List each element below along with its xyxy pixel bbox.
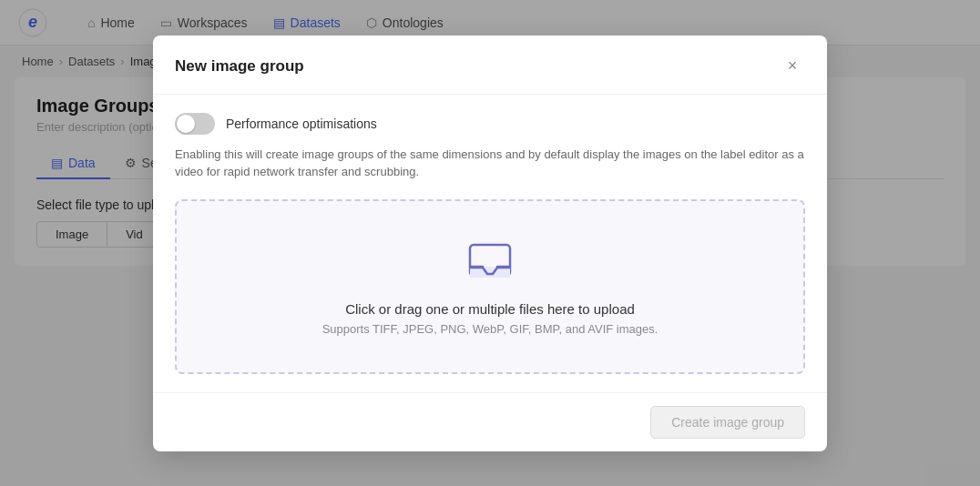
upload-inbox-icon <box>466 238 514 289</box>
performance-toggle-row: Performance optimisations <box>175 113 805 135</box>
performance-toggle[interactable] <box>175 113 215 135</box>
modal-title: New image group <box>175 57 304 76</box>
modal-close-button[interactable]: × <box>780 54 805 79</box>
modal-overlay: New image group × Performance optimisati… <box>0 0 980 486</box>
performance-toggle-description: Enabling this will create image groups o… <box>175 146 805 181</box>
performance-toggle-label: Performance optimisations <box>226 116 377 131</box>
create-image-group-button[interactable]: Create image group <box>650 406 805 439</box>
upload-sub-text: Supports TIFF, JPEG, PNG, WebP, GIF, BMP… <box>322 322 658 336</box>
modal-header: New image group × <box>153 35 827 95</box>
upload-main-text: Click or drag one or multiple files here… <box>345 301 635 317</box>
modal-body: Performance optimisations Enabling this … <box>153 95 827 392</box>
modal: New image group × Performance optimisati… <box>153 35 827 451</box>
modal-footer: Create image group <box>153 392 827 451</box>
upload-area[interactable]: Click or drag one or multiple files here… <box>175 199 805 374</box>
